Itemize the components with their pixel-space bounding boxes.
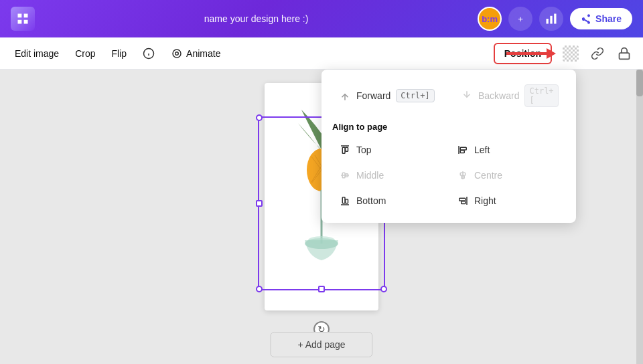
chart-icon (545, 12, 558, 25)
forward-icon (339, 90, 351, 102)
svg-rect-10 (346, 147, 348, 151)
logo-icon (16, 12, 29, 25)
align-top-button[interactable]: Top (332, 139, 447, 161)
avatar[interactable]: b:m (478, 7, 502, 31)
handle-top-left[interactable] (256, 114, 263, 121)
flip-button[interactable]: Flip (105, 44, 134, 63)
svg-rect-5 (620, 53, 630, 59)
scrollbar[interactable] (636, 70, 643, 364)
share-icon (581, 13, 591, 24)
svg-rect-13 (460, 151, 464, 153)
link-icon (591, 47, 604, 60)
align-bottom-icon (339, 195, 351, 207)
align-grid: Top Left Middle (332, 139, 565, 212)
toolbar: Edit image Crop Flip Animate Position Fo… (0, 37, 643, 70)
share-button[interactable]: Share (570, 8, 632, 29)
svg-point-3 (175, 52, 179, 55)
add-page-button[interactable]: + Add page (270, 332, 372, 357)
checkered-bg-button[interactable] (560, 43, 581, 64)
backward-icon (461, 90, 473, 102)
handle-mid-left[interactable] (256, 200, 263, 207)
link-button[interactable] (587, 43, 608, 64)
crop-button[interactable]: Crop (68, 44, 102, 63)
scrollbar-thumb[interactable] (636, 70, 643, 96)
align-middle-icon (339, 169, 351, 181)
forward-button[interactable]: Forward Ctrl+] (332, 85, 443, 106)
toolbar-right-icons (560, 43, 635, 64)
align-centre-button[interactable]: Centre (450, 164, 565, 187)
info-icon (143, 48, 155, 60)
svg-point-4 (173, 50, 181, 58)
red-arrow (506, 48, 556, 59)
align-right-button[interactable]: Right (450, 189, 565, 212)
edit-image-button[interactable]: Edit image (8, 44, 66, 63)
info-button[interactable] (136, 43, 161, 64)
align-bottom-button[interactable]: Bottom (332, 189, 447, 212)
design-title[interactable]: name your design here :) (204, 13, 309, 24)
animate-button[interactable]: Animate (164, 43, 227, 64)
svg-rect-24 (459, 198, 466, 201)
align-top-icon (339, 144, 351, 156)
align-right-icon (457, 195, 469, 207)
align-middle-button[interactable]: Middle (332, 164, 447, 187)
logo (11, 7, 35, 31)
align-left-button[interactable]: Left (450, 139, 565, 161)
lock-button[interactable] (614, 43, 635, 64)
svg-rect-25 (461, 201, 466, 204)
add-button[interactable]: + (508, 7, 532, 31)
analytics-button[interactable] (539, 7, 563, 31)
svg-rect-9 (342, 147, 345, 153)
header-right: b:m + Share (478, 7, 632, 31)
svg-rect-21 (342, 197, 345, 203)
animate-icon (171, 48, 183, 60)
align-left-icon (457, 144, 469, 156)
align-section-label: Align to page (332, 122, 565, 132)
header-left (11, 7, 35, 31)
header: name your design here :) b:m + Share (0, 0, 643, 37)
handle-bottom-left[interactable] (256, 286, 263, 292)
position-dropdown: Forward Ctrl+] Backward Ctrl+[ Align to … (322, 70, 576, 223)
layer-order-row: Forward Ctrl+] Backward Ctrl+[ (332, 80, 565, 111)
svg-rect-12 (460, 147, 466, 150)
svg-rect-22 (346, 199, 348, 203)
checkered-icon (563, 46, 579, 62)
handle-bottom-right[interactable] (380, 286, 387, 292)
align-centre-icon (457, 169, 469, 181)
lock-icon (618, 47, 631, 60)
backward-button[interactable]: Backward Ctrl+[ (454, 80, 565, 111)
